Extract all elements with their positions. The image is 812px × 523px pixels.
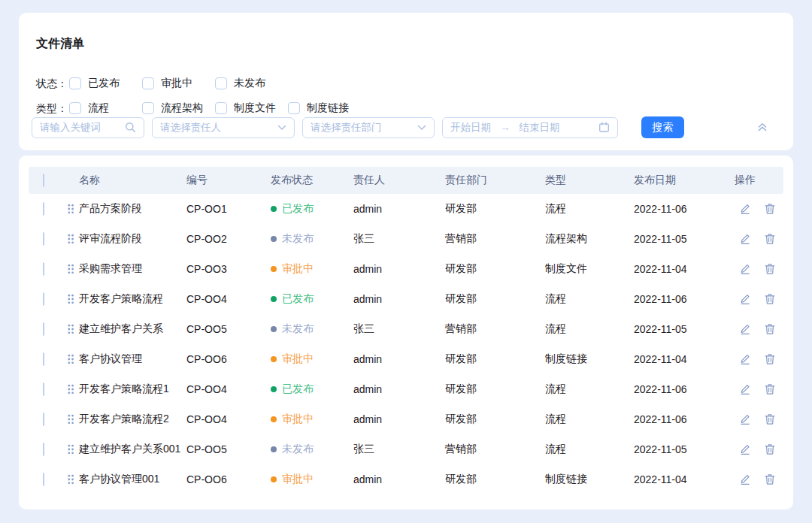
edit-button[interactable] xyxy=(739,473,751,485)
checkbox-label: 制度文件 xyxy=(234,101,276,115)
drag-handle-icon[interactable] xyxy=(66,444,75,455)
table-body: 产品方案阶段 CP-OO1 已发布 admin 研发部 流程 2022-11-0… xyxy=(29,194,783,494)
edit-button[interactable] xyxy=(739,293,751,305)
edit-button[interactable] xyxy=(739,413,751,425)
select-all-checkbox[interactable] xyxy=(43,174,44,187)
row-select-cell xyxy=(29,443,66,455)
owner: 张三 xyxy=(353,322,445,336)
actions-cell xyxy=(735,233,783,245)
filter-checkbox-option[interactable]: 审批中 xyxy=(142,77,215,90)
file-name: 开发客户策略流程2 xyxy=(79,413,169,426)
delete-button[interactable] xyxy=(764,413,776,425)
search-button[interactable]: 搜索 xyxy=(641,116,684,138)
row-checkbox[interactable] xyxy=(43,382,44,396)
table-row: 采购需求管理 CP-OO3 审批中 admin 研发部 制度文件 2022-11… xyxy=(29,254,783,284)
edit-button[interactable] xyxy=(739,323,751,335)
department-placeholder: 请选择责任部门 xyxy=(311,121,382,135)
row-checkbox[interactable] xyxy=(43,473,44,486)
checkbox[interactable] xyxy=(142,77,154,89)
file-name: 建立维护客户关系 xyxy=(79,322,163,336)
checkbox[interactable] xyxy=(288,102,300,114)
department: 研发部 xyxy=(445,292,545,306)
status-text: 审批中 xyxy=(282,413,314,426)
publish-status: 已发布 xyxy=(271,382,353,396)
keyword-search-input[interactable]: 请输入关键词 xyxy=(32,117,144,138)
delete-button[interactable] xyxy=(764,323,776,335)
row-select-cell xyxy=(29,293,66,305)
checkbox[interactable] xyxy=(69,102,81,114)
publish-status: 已发布 xyxy=(271,202,353,216)
checkbox[interactable] xyxy=(69,77,81,89)
file-type: 流程 xyxy=(545,292,634,306)
edit-button[interactable] xyxy=(739,233,751,245)
delete-button[interactable] xyxy=(764,353,776,365)
edit-button[interactable] xyxy=(739,353,751,365)
delete-button[interactable] xyxy=(764,263,776,275)
drag-handle-icon[interactable] xyxy=(66,234,75,244)
file-type: 流程 xyxy=(545,202,634,216)
publish-date: 2022-11-06 xyxy=(634,413,735,425)
file-type: 流程架构 xyxy=(545,232,634,246)
filter-checkbox-option[interactable]: 流程 xyxy=(69,101,142,115)
collapse-panel-button[interactable] xyxy=(756,120,769,134)
owner: admin xyxy=(353,353,445,365)
department: 研发部 xyxy=(445,473,545,486)
delete-button[interactable] xyxy=(764,443,776,455)
filter-panel: 文件清单 状态： 已发布 审批中 未发布 类型： 流程 流程架构 制度文件 制度… xyxy=(19,13,793,150)
column-header: 类型 xyxy=(545,174,634,187)
table-row: 开发客户策略流程2 CP-OO4 审批中 admin 研发部 流程 2022-1… xyxy=(29,404,783,434)
owner-select[interactable]: 请选择责任人 xyxy=(152,117,295,138)
delete-button[interactable] xyxy=(764,473,776,485)
row-checkbox[interactable] xyxy=(43,413,44,426)
row-checkbox[interactable] xyxy=(43,322,44,336)
checkbox-label: 制度链接 xyxy=(307,101,349,115)
drag-handle-icon[interactable] xyxy=(66,204,75,214)
publish-status: 未发布 xyxy=(271,322,353,336)
drag-handle-icon[interactable] xyxy=(66,264,75,274)
filter-checkbox-option[interactable]: 未发布 xyxy=(215,77,288,90)
row-checkbox[interactable] xyxy=(43,262,44,276)
table-row: 评审流程阶段 CP-OO2 未发布 张三 营销部 流程架构 2022-11-05 xyxy=(29,224,783,254)
row-checkbox[interactable] xyxy=(43,232,44,246)
delete-button[interactable] xyxy=(764,293,776,305)
column-header: 操作 xyxy=(735,174,783,187)
actions-cell xyxy=(735,473,783,485)
edit-button[interactable] xyxy=(739,383,751,395)
drag-handle-icon[interactable] xyxy=(66,324,75,334)
row-select-cell xyxy=(29,353,66,365)
drag-handle-icon[interactable] xyxy=(66,294,75,304)
checkbox[interactable] xyxy=(142,102,154,114)
delete-button[interactable] xyxy=(764,233,776,245)
file-type: 制度文件 xyxy=(545,262,634,276)
delete-button[interactable] xyxy=(764,383,776,395)
file-name: 产品方案阶段 xyxy=(79,202,142,216)
row-checkbox[interactable] xyxy=(43,352,44,366)
status-dot-icon xyxy=(271,386,277,392)
drag-handle-icon[interactable] xyxy=(66,474,75,485)
filter-checkbox-option[interactable]: 制度链接 xyxy=(288,101,361,115)
filter-checkbox-option[interactable]: 流程架构 xyxy=(142,101,215,115)
row-checkbox[interactable] xyxy=(43,202,44,216)
edit-button[interactable] xyxy=(739,263,751,275)
row-checkbox[interactable] xyxy=(43,292,44,306)
file-list-panel: 名称编号发布状态责任人责任部门类型发布日期操作 产品方案阶段 CP-OO1 已发… xyxy=(19,156,793,509)
filter-checkbox-option[interactable]: 制度文件 xyxy=(215,101,288,115)
name-cell: 开发客户策略流程2 xyxy=(66,413,186,426)
status-filter-label: 状态： xyxy=(36,77,69,91)
delete-button[interactable] xyxy=(764,203,776,215)
name-cell: 采购需求管理 xyxy=(66,262,186,276)
edit-button[interactable] xyxy=(739,203,751,215)
status-text: 已发布 xyxy=(282,292,314,306)
drag-handle-icon[interactable] xyxy=(66,354,75,364)
drag-handle-icon[interactable] xyxy=(66,384,75,395)
checkbox[interactable] xyxy=(215,102,227,114)
row-checkbox[interactable] xyxy=(43,443,44,456)
drag-handle-icon[interactable] xyxy=(66,414,75,425)
owner: admin xyxy=(353,203,445,215)
date-range-input[interactable]: 开始日期 → 结束日期 xyxy=(442,117,618,138)
checkbox[interactable] xyxy=(215,77,227,89)
filter-checkbox-option[interactable]: 已发布 xyxy=(69,77,142,90)
edit-button[interactable] xyxy=(739,443,751,455)
calendar-icon xyxy=(598,122,610,133)
department-select[interactable]: 请选择责任部门 xyxy=(302,117,435,138)
